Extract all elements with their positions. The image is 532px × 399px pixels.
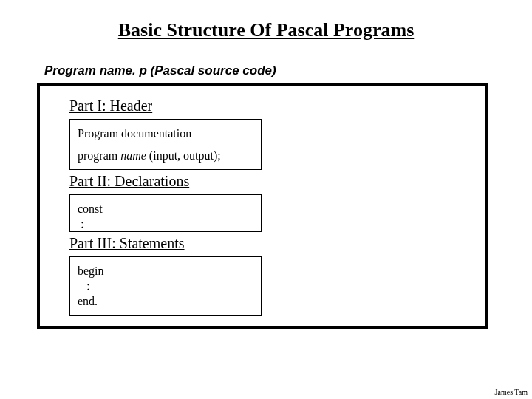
part3-end: end.: [78, 295, 98, 307]
part1-kw: program: [78, 149, 120, 162]
part1-heading: Part I: Header: [69, 98, 468, 115]
part2-const: const: [78, 202, 103, 215]
part1-doc-text: Program documentation: [78, 127, 191, 140]
part2-heading: Part II: Declarations: [69, 173, 468, 190]
part1-name: name: [120, 149, 146, 162]
program-structure-box: Part I: Header Program documentation pro…: [37, 83, 488, 329]
part3-box: begin : end.: [69, 256, 262, 316]
page-title: Basic Structure Of Pascal Programs: [37, 19, 495, 41]
source-file-label: Program name. p (Pascal source code): [44, 64, 495, 78]
slide: Basic Structure Of Pascal Programs Progr…: [0, 0, 532, 399]
part3-vdots: :: [78, 284, 253, 289]
footer-author: James Tam: [495, 388, 528, 396]
part1-syntax: program name (input, output);: [78, 149, 221, 162]
part2-box: const :: [69, 194, 262, 232]
part3-begin: begin: [78, 265, 104, 277]
part2-vdots: :: [78, 222, 253, 227]
part1-box: Program documentation program name (inpu…: [69, 119, 262, 170]
part3-heading: Part III: Statements: [69, 235, 468, 252]
part1-post: (input, output);: [146, 149, 221, 162]
